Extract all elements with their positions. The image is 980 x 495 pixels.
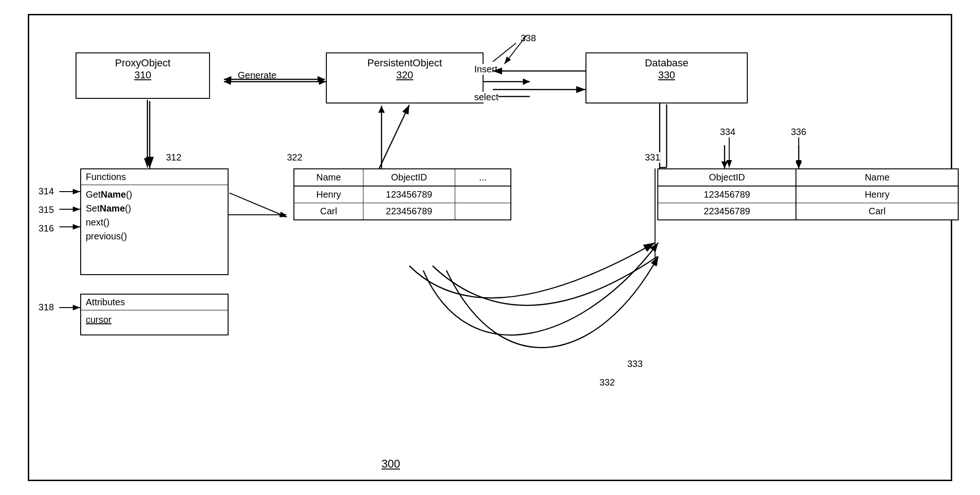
attributes-items: cursor bbox=[81, 310, 228, 329]
svg-marker-2 bbox=[224, 78, 231, 85]
attributes-box: Attributes cursor bbox=[80, 294, 229, 335]
ref-322: 322 bbox=[287, 152, 302, 163]
db-table: ObjectID Name 123456789 Henry 223456789 … bbox=[657, 168, 959, 220]
proxy-table: Name ObjectID ... Henry 123456789 Carl 2… bbox=[293, 168, 511, 220]
proxy-col-name: Name bbox=[294, 169, 363, 186]
svg-marker-16 bbox=[795, 161, 802, 168]
diagram-label-300: 300 bbox=[382, 457, 400, 470]
attributes-header: Attributes bbox=[81, 295, 228, 310]
ref-332: 332 bbox=[599, 377, 615, 388]
database-number: 330 bbox=[592, 69, 741, 81]
database-title: Database bbox=[592, 57, 741, 69]
proxy-row-henry: Henry 123456789 bbox=[294, 186, 510, 203]
ref-334: 334 bbox=[720, 127, 735, 137]
svg-marker-14 bbox=[721, 161, 728, 168]
db-carl-name: Carl bbox=[796, 203, 958, 219]
proxy-object-title: ProxyObject bbox=[82, 57, 204, 69]
db-henry-id: 123456789 bbox=[658, 186, 796, 203]
svg-line-33 bbox=[379, 105, 409, 168]
proxy-table-header: Name ObjectID ... bbox=[294, 169, 510, 186]
proxy-carl-id: 223456789 bbox=[363, 203, 455, 219]
ref-314: 314 bbox=[38, 186, 54, 197]
func-setname: SetName() bbox=[86, 201, 223, 215]
svg-marker-9 bbox=[280, 212, 286, 218]
db-col-objectid: ObjectID bbox=[658, 169, 796, 186]
proxy-henry-name: Henry bbox=[294, 186, 363, 203]
svg-marker-5 bbox=[523, 78, 530, 85]
diagram-container: ProxyObject 310 PersistentObject 320 Dat… bbox=[28, 14, 952, 481]
functions-box: Functions GetName() SetName() next() pre… bbox=[80, 168, 229, 275]
proxy-henry-dots bbox=[455, 186, 510, 203]
ref-333: 333 bbox=[627, 359, 643, 369]
func-getname: GetName() bbox=[86, 187, 223, 201]
svg-line-32 bbox=[229, 193, 287, 217]
ref-336: 336 bbox=[791, 127, 806, 137]
persistent-object-box: PersistentObject 320 bbox=[326, 52, 484, 103]
select-label: select bbox=[474, 92, 498, 103]
func-previous: previous() bbox=[86, 229, 223, 243]
insert-label: Insert bbox=[474, 64, 497, 75]
proxy-carl-dots bbox=[455, 203, 510, 219]
functions-items: GetName() SetName() next() previous() bbox=[81, 185, 228, 245]
persistent-object-number: 320 bbox=[332, 69, 477, 81]
db-table-header: ObjectID Name bbox=[658, 169, 958, 186]
proxy-object-number: 310 bbox=[82, 69, 204, 81]
proxy-carl-name: Carl bbox=[294, 203, 363, 219]
proxy-henry-id: 123456789 bbox=[363, 186, 455, 203]
ref-318: 318 bbox=[38, 302, 54, 313]
svg-marker-29 bbox=[318, 76, 325, 83]
attr-cursor: cursor bbox=[86, 313, 223, 327]
proxy-col-objectid: ObjectID bbox=[363, 169, 455, 186]
ref-312: 312 bbox=[166, 152, 181, 163]
db-carl-id: 223456789 bbox=[658, 203, 796, 219]
ref-338: 338 bbox=[521, 33, 536, 44]
func-next: next() bbox=[86, 215, 223, 229]
db-row-henry: 123456789 Henry bbox=[658, 186, 958, 203]
generate-label: Generate bbox=[238, 70, 276, 81]
svg-line-18 bbox=[493, 43, 516, 62]
ref-331: 331 bbox=[645, 152, 660, 163]
proxy-col-dots: ... bbox=[455, 169, 510, 186]
svg-marker-11 bbox=[378, 106, 385, 113]
db-col-name: Name bbox=[796, 169, 958, 186]
database-box: Database 330 bbox=[585, 52, 748, 103]
db-henry-name: Henry bbox=[796, 186, 958, 203]
svg-marker-28 bbox=[224, 76, 231, 83]
proxy-object-box: ProxyObject 310 bbox=[76, 52, 210, 99]
ref-316: 316 bbox=[38, 223, 54, 234]
functions-header: Functions bbox=[81, 169, 228, 185]
persistent-object-title: PersistentObject bbox=[332, 57, 477, 69]
ref-315: 315 bbox=[38, 205, 54, 215]
db-row-carl: 223456789 Carl bbox=[658, 203, 958, 219]
svg-marker-3 bbox=[319, 78, 326, 85]
proxy-row-carl: Carl 223456789 bbox=[294, 203, 510, 219]
